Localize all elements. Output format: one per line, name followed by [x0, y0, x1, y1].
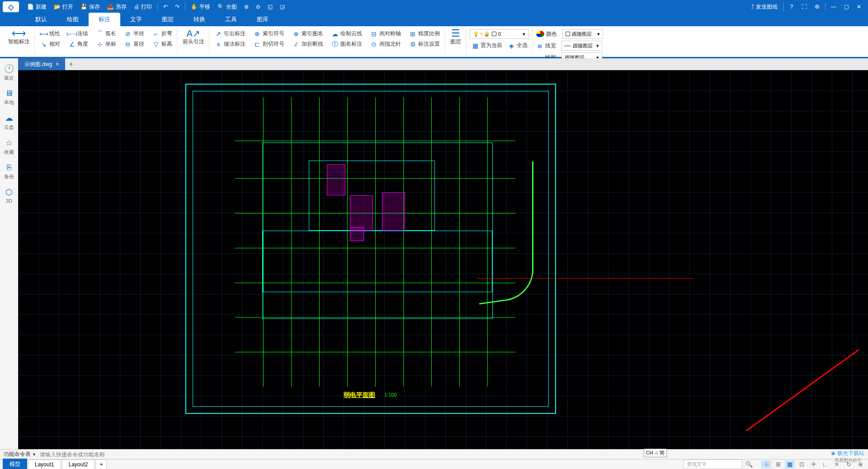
menu-library[interactable]: 图库 [247, 13, 278, 26]
linear-dim-button[interactable]: ⟷线性 [38, 29, 62, 38]
layer-manager-button[interactable]: ☰ 图层 [448, 29, 463, 47]
index-symbol-button[interactable]: ⊕索引符号 [252, 29, 286, 38]
open-button[interactable]: 📂打开 [50, 0, 77, 14]
sidebar-favorites[interactable]: ☆收藏 [2, 136, 16, 157]
sidebar-backup[interactable]: ⎘备份 [2, 161, 16, 182]
layers-icon: ☰ [452, 30, 459, 37]
layout-tab-model[interactable]: 模型 [3, 459, 27, 469]
menu-default[interactable]: 默认 [25, 13, 57, 26]
grid-display-toggle[interactable]: ▦ [785, 460, 795, 469]
sidebar-cloud[interactable]: ☁云盘 [2, 111, 16, 133]
layout-tab-2[interactable]: Layout2 [62, 460, 95, 469]
zoom-fit-icon: 🔍 [217, 4, 224, 10]
fit-button[interactable]: 🔍全图 [214, 0, 241, 14]
close-icon: ✕ [857, 4, 861, 10]
command-label[interactable]: 功能命令表 ▼ [4, 450, 36, 458]
diameter-dim-button[interactable]: ⊖直径 [123, 39, 146, 49]
color-dropdown[interactable]: 跟随图层▾ [562, 29, 603, 39]
arrow-leader-button[interactable]: A↗ 箭头引注 [181, 29, 206, 47]
zoom-out-button[interactable]: ⊖ [252, 0, 264, 14]
layer-color-swatch [492, 32, 496, 36]
layout-tab-1[interactable]: Layout1 [28, 460, 61, 469]
arc-dim-button[interactable]: ⌒弧长 [94, 29, 118, 38]
grid-toggle[interactable]: ⊞ [773, 460, 783, 469]
jog-dim-button[interactable]: ⌐折弯 [151, 29, 174, 38]
drawing-scale: 1:100 [384, 392, 397, 398]
saveas-button[interactable]: 📤另存 [104, 0, 130, 14]
view-name-button[interactable]: Ⓣ图名标注 [330, 39, 364, 49]
elevation-dim-button[interactable]: ▽标高 [151, 39, 174, 49]
leader-annot-button[interactable]: ↗引出标注 [213, 29, 247, 38]
polar-icon: ✛ [811, 461, 816, 468]
menu-draw[interactable]: 绘图 [57, 13, 89, 26]
undo-button[interactable]: ↶ [160, 0, 171, 14]
coord-dim-button[interactable]: ⊹坐标 [94, 39, 118, 49]
osnap-toggle[interactable]: ∟ [820, 460, 830, 469]
print-button[interactable]: 🖨打印 [130, 0, 156, 14]
polar-toggle[interactable]: ✛ [808, 460, 818, 469]
undo-icon: ↶ [163, 4, 168, 10]
smart-annotate-button[interactable]: ⟷ 智能标注 [6, 29, 32, 47]
radius-dim-button[interactable]: ⊘半径 [123, 29, 146, 38]
send-drawing-button[interactable]: ⤴发送图纸 [748, 0, 781, 14]
viewname-icon: Ⓣ [331, 41, 339, 48]
lineweight-dropdown[interactable]: 跟随图层▾ [561, 41, 602, 51]
menu-layer[interactable]: 图层 [152, 13, 184, 26]
menu-annotate[interactable]: 标注 [89, 13, 120, 26]
osnap-icon: ∟ [822, 461, 828, 468]
revision-cloud-button[interactable]: ☁绘制云线 [330, 29, 364, 38]
sidebar-3d[interactable]: ⬡3D [4, 185, 14, 205]
document-tab[interactable]: 示例图.dwg × [18, 58, 65, 70]
symmetry-axis-button[interactable]: ⊟画对称轴 [368, 29, 403, 38]
sidebar-local[interactable]: 🖥本地 [2, 87, 16, 108]
continuous-dim-button[interactable]: ⊢⊣连续 [66, 29, 90, 38]
close-tab-icon[interactable]: × [56, 61, 59, 67]
minimize-button[interactable]: — [827, 0, 840, 13]
precision-scale-button[interactable]: ⊞精度比例 [407, 29, 442, 38]
method-annot-button[interactable]: ≡做法标注 [213, 39, 247, 49]
angle-dim-button[interactable]: ∠角度 [66, 39, 90, 49]
menu-text[interactable]: 文字 [120, 13, 152, 26]
add-document-tab[interactable]: + [65, 58, 77, 70]
new-button[interactable]: 📄新建 [24, 0, 50, 14]
app-logo: ◇ [3, 1, 19, 12]
maximize-button[interactable]: ▢ [840, 0, 853, 13]
ortho-toggle[interactable]: ⊡ [797, 460, 807, 469]
section-symbol-button[interactable]: ⊏剖切符号 [252, 39, 286, 49]
annot-settings-button[interactable]: ⚙标注设置 [407, 39, 442, 49]
relative-icon: ↘ [40, 41, 47, 48]
relative-dim-button[interactable]: ↘相对 [38, 39, 62, 49]
close-button[interactable]: ✕ [853, 0, 865, 13]
drawing-canvas[interactable]: 弱电平面图 1:100 [18, 70, 868, 449]
separator [783, 3, 783, 11]
zoom-prev-button[interactable]: ◲ [276, 0, 288, 14]
search-button[interactable]: 🔍 [744, 460, 754, 469]
break-line-button[interactable]: ⫽加折断线 [291, 39, 325, 49]
star-icon: ☆ [5, 138, 13, 148]
search-input[interactable]: 查找文字 [684, 460, 742, 469]
add-layout-tab[interactable]: + [95, 460, 107, 469]
snap-toggle[interactable]: ⊹ [761, 460, 771, 469]
settings-button[interactable]: ⚙ [811, 0, 823, 13]
menu-tools[interactable]: 工具 [215, 13, 247, 26]
set-current-layer-button[interactable]: ▦置为当前 [470, 41, 504, 50]
lineweight-icon: ≣ [536, 42, 543, 49]
help-button[interactable]: ? [785, 0, 798, 13]
redo-button[interactable]: ↷ [171, 0, 183, 14]
save-button[interactable]: 💾保存 [77, 0, 104, 14]
status-bar: 模型 Layout1 Layout2 + 查找文字 🔍 ⊹ ⊞ ▦ ⊡ ✛ ∟ … [0, 459, 868, 469]
minimize-icon: — [831, 4, 836, 10]
zoom-window-button[interactable]: ◱ [264, 0, 276, 14]
menu-convert[interactable]: 转换 [184, 13, 215, 26]
pan-button[interactable]: ✋平移 [187, 0, 214, 14]
ribbon: ⟷ 智能标注 ⟷线性 ↘相对 ⊢⊣连续 ∠角度 ⌒弧长 ⊹坐标 ⊘半径 ⊖直径 … [0, 26, 868, 57]
layer-dropdown[interactable]: 💡 ☀ 🔒 0 ▾ [470, 29, 528, 39]
fullscreen-button[interactable]: ⛶ [798, 0, 811, 13]
sidebar-recent[interactable]: 🕐最近 [2, 62, 16, 83]
zoom-in-button[interactable]: ⊕ [241, 0, 252, 14]
select-all-button[interactable]: ◈全选 [506, 41, 529, 50]
north-arrow-button[interactable]: ⊙画指北针 [368, 39, 403, 49]
index-name-button[interactable]: ⊕索引图名 [291, 29, 325, 38]
command-input[interactable] [40, 451, 864, 458]
drawing-title: 弱电平面图 [344, 391, 375, 399]
